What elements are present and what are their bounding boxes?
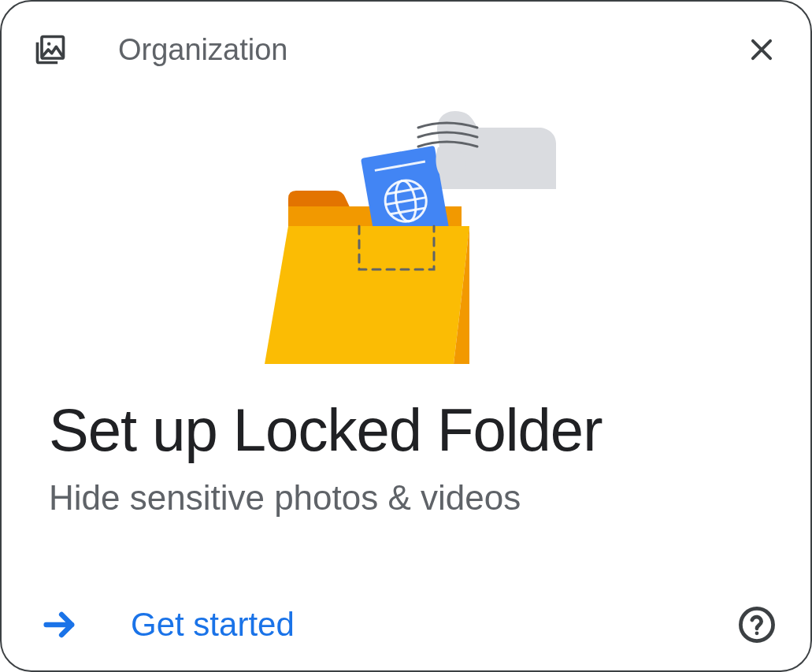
help-icon[interactable] bbox=[735, 603, 779, 647]
photos-library-icon bbox=[33, 32, 68, 67]
setup-card: Organization bbox=[0, 0, 812, 672]
category-label: Organization bbox=[118, 33, 744, 67]
subtitle: Hide sensitive photos & videos bbox=[49, 478, 763, 518]
get-started-button[interactable]: Get started bbox=[131, 606, 735, 644]
svg-point-11 bbox=[755, 631, 759, 635]
arrow-right-icon[interactable] bbox=[39, 604, 80, 645]
folder-illustration bbox=[2, 72, 810, 395]
close-icon[interactable] bbox=[744, 32, 779, 67]
card-content: Set up Locked Folder Hide sensitive phot… bbox=[2, 395, 810, 518]
card-header: Organization bbox=[2, 2, 810, 72]
svg-point-1 bbox=[47, 42, 50, 45]
main-title: Set up Locked Folder bbox=[49, 395, 763, 464]
card-footer: Get started bbox=[2, 603, 810, 647]
